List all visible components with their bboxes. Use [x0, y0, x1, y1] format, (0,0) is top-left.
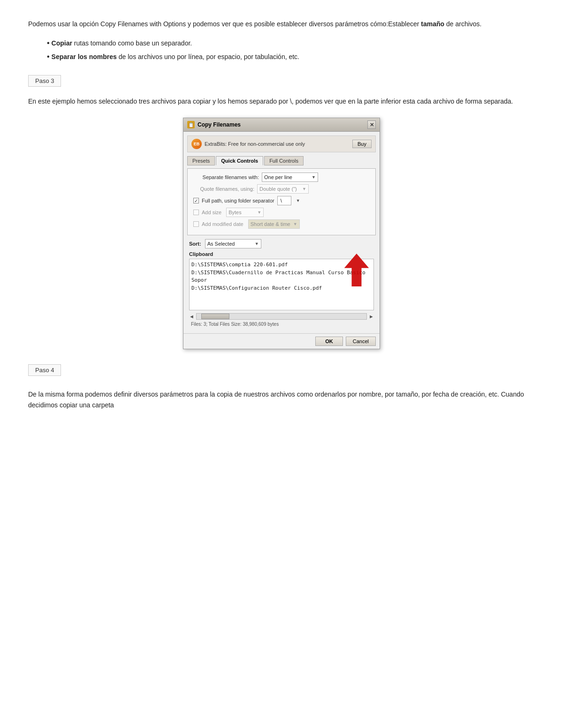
separate-row: Separate filenames with: One per line ▼	[193, 173, 370, 182]
separate-label: Separate filenames with:	[193, 174, 259, 180]
size-checkbox[interactable]	[193, 210, 199, 215]
dialog-icon: 📋	[187, 121, 195, 128]
sort-select[interactable]: As Selected ▼	[205, 239, 261, 248]
sort-label: Sort:	[189, 241, 201, 247]
svg-marker-0	[344, 254, 369, 286]
date-arrow: ▼	[293, 222, 297, 226]
tabs-bar: Presets Quick Controls Full Controls	[187, 156, 376, 165]
quote-arrow: ▼	[302, 187, 306, 191]
extrabits-bar: EB ExtraBits: Free for non-commercial us…	[187, 135, 376, 152]
sort-arrow: ▼	[255, 241, 259, 246]
scroll-right-arrow[interactable]: ►	[369, 314, 374, 319]
folder-sep-box[interactable]: \	[277, 196, 291, 205]
size-select[interactable]: Bytes ▼	[226, 208, 264, 217]
feature-list: Copiar rutas tomando como base un separa…	[47, 37, 535, 64]
scrollbar-area: ◄ ►	[187, 312, 376, 321]
date-checkbox[interactable]	[193, 221, 199, 227]
tab-quick-controls[interactable]: Quick Controls	[216, 156, 263, 165]
intro-paragraph: Podemos usar la opción Copy Filenames wi…	[28, 19, 535, 29]
step3-description: En este ejemplo hemos seleccionado tres …	[28, 96, 535, 106]
dialog-container: 📋 Copy Filenames ✕ EB ExtraBits: Free fo…	[28, 118, 535, 349]
buy-button[interactable]: Buy	[352, 140, 372, 148]
dialog-titlebar: 📋 Copy Filenames ✕	[183, 118, 380, 132]
separate-select-wrapper: One per line ▼	[262, 173, 318, 182]
bullet-separate-label: Separar los nombres	[52, 53, 117, 60]
bullet-copy-rest: rutas tomando como base un separador.	[72, 39, 192, 47]
separate-arrow: ▼	[312, 175, 316, 180]
size-label: Add size	[202, 210, 221, 215]
folder-sep-arrow: ▼	[296, 198, 300, 203]
extrabits-text: ExtraBits: Free for non-commercial use o…	[205, 141, 305, 147]
red-arrow-indicator	[342, 254, 371, 286]
extrabits-logo: EB	[191, 139, 202, 149]
h-scrollbar[interactable]	[196, 313, 367, 320]
date-row: Add modified date Short date & time ▼	[193, 219, 370, 229]
tab-full-controls[interactable]: Full Controls	[264, 156, 304, 165]
extrabits-left: EB ExtraBits: Free for non-commercial us…	[191, 139, 305, 149]
cancel-button[interactable]: Cancel	[346, 337, 376, 346]
date-select[interactable]: Short date & time ▼	[248, 219, 300, 229]
separate-select[interactable]: One per line ▼	[262, 173, 318, 182]
quote-select[interactable]: Double quote (") ▼	[257, 184, 309, 194]
step3-box: Paso 3	[28, 75, 61, 87]
fullpath-label: Full path, using folder separator	[202, 198, 274, 203]
sort-row: Sort: As Selected ▼	[187, 239, 376, 248]
copy-filenames-dialog: 📋 Copy Filenames ✕ EB ExtraBits: Free fo…	[183, 118, 380, 349]
dialog-footer: OK Cancel	[183, 333, 380, 349]
dialog-body: EB ExtraBits: Free for non-commercial us…	[183, 132, 380, 333]
dialog-title: Copy Filenames	[198, 121, 241, 128]
bullet-separate-rest: de los archivos uno por línea, por espac…	[117, 53, 299, 60]
folder-sep-select-wrapper: ▼	[294, 198, 300, 203]
controls-panel: Separate filenames with: One per line ▼ …	[187, 168, 376, 235]
quote-label: Quote filenames, using:	[193, 186, 254, 192]
titlebar-left: 📋 Copy Filenames	[187, 121, 241, 128]
step4-label: Paso 4	[35, 367, 54, 374]
quote-row: Quote filenames, using: Double quote (")…	[193, 184, 370, 194]
scroll-left-arrow[interactable]: ◄	[189, 314, 194, 319]
ok-button[interactable]: OK	[315, 337, 343, 346]
step4-description: De la misma forma podemos definir divers…	[28, 389, 535, 410]
close-button[interactable]: ✕	[367, 120, 376, 129]
tab-presets[interactable]: Presets	[187, 156, 215, 165]
date-label: Add modified date	[202, 221, 243, 227]
size-row: Add size Bytes ▼	[193, 208, 370, 217]
quote-checkbox-area: Quote filenames, using:	[193, 186, 254, 192]
bullet-separate: Separar los nombres de los archivos uno …	[47, 50, 535, 64]
files-info: Files: 3; Total Files Size: 38,980,609 b…	[187, 321, 376, 328]
bullet-copy-label: Copiar	[52, 39, 72, 47]
h-scrollbar-thumb	[201, 314, 229, 319]
fullpath-row: Full path, using folder separator \ ▼	[193, 196, 370, 205]
size-arrow: ▼	[257, 210, 261, 215]
step4-box: Paso 4	[28, 364, 61, 376]
bullet-copy: Copiar rutas tomando como base un separa…	[47, 37, 535, 50]
quote-select-wrapper: Double quote (") ▼	[257, 184, 309, 194]
fullpath-checkbox[interactable]	[193, 198, 199, 203]
step3-label: Paso 3	[35, 77, 54, 84]
dialog-wrapper: 📋 Copy Filenames ✕ EB ExtraBits: Free fo…	[183, 118, 380, 349]
